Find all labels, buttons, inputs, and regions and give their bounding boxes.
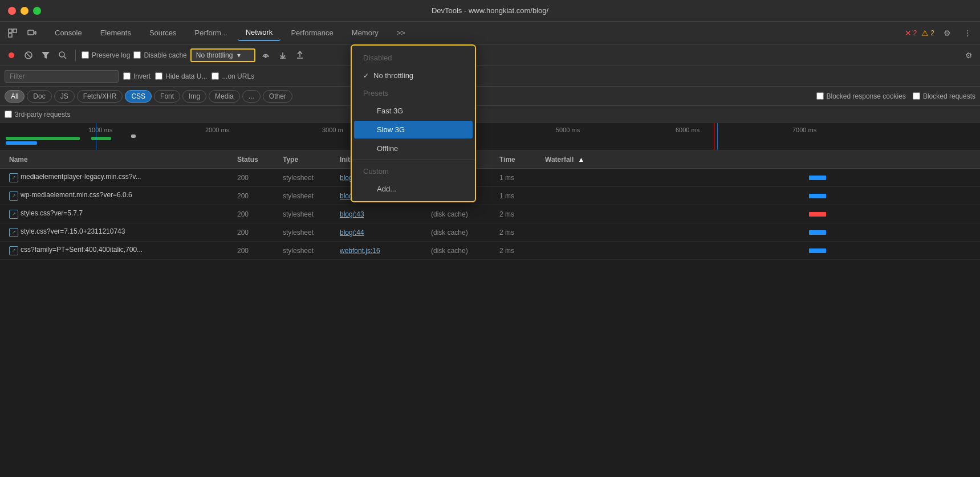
network-controls-bar: Preserve log Disable cache No throttling… <box>0 44 980 66</box>
filter-btn-img[interactable]: Img <box>182 90 206 103</box>
waterfall-bar-3 <box>545 230 971 235</box>
disable-cache-checkbox[interactable] <box>133 51 141 59</box>
waterfall-bar-0 <box>545 175 971 181</box>
block-request-urls-checkbox[interactable] <box>212 72 219 80</box>
td-initiator-2[interactable]: blog/:43 <box>335 210 426 218</box>
th-time[interactable]: Time <box>495 156 540 164</box>
blocked-response-cookies-label[interactable]: Blocked response cookies <box>816 92 906 100</box>
table-row[interactable]: ↗styles.css?ver=5.7.7 200 stylesheet blo… <box>0 205 980 223</box>
blocked-requests-checkbox[interactable] <box>913 92 920 100</box>
menu-item-disabled: Disabled <box>352 49 475 67</box>
tab-sources[interactable]: Sources <box>141 25 185 40</box>
td-status-3: 200 <box>233 229 278 237</box>
th-status[interactable]: Status <box>233 156 278 164</box>
svg-rect-4 <box>35 31 36 34</box>
row-icon-0: ↗ <box>9 173 18 182</box>
tl-label-1000: 1000 ms <box>88 127 112 133</box>
timeline-bar: 1000 ms 2000 ms 3000 m 5000 ms 6000 ms 7… <box>0 123 980 150</box>
menu-item-no-throttling[interactable]: ✓ No throttling <box>352 67 475 84</box>
td-size-3: (disk cache) <box>426 229 495 237</box>
filter-btn-doc[interactable]: Doc <box>27 90 51 103</box>
disable-cache-label[interactable]: Disable cache <box>133 51 186 59</box>
row-icon-1: ↗ <box>9 191 18 201</box>
filter-input[interactable] <box>5 70 119 83</box>
table-row[interactable]: ↗style.css?ver=7.15.0+2311210743 200 sty… <box>0 223 980 242</box>
menu-item-add[interactable]: Add... <box>352 180 475 198</box>
filter-icon[interactable] <box>39 48 52 62</box>
td-time-0: 1 ms <box>495 174 540 182</box>
menu-item-slow3g[interactable]: Slow 3G <box>354 121 473 138</box>
tl-label-2000: 2000 ms <box>205 127 229 133</box>
td-initiator-3[interactable]: blog/:44 <box>335 229 426 237</box>
preserve-log-checkbox[interactable] <box>82 51 89 59</box>
minimize-button[interactable] <box>21 7 29 15</box>
tab-performance[interactable]: Performance <box>283 25 341 40</box>
th-name[interactable]: Name <box>5 156 233 164</box>
table-row[interactable]: ↗css?family=PT+Serif:400,400italic,700..… <box>0 242 980 260</box>
maximize-button[interactable] <box>33 7 41 15</box>
chevron-down-icon: ▾ <box>237 51 241 59</box>
filter-btn-media[interactable]: Media <box>209 90 240 103</box>
td-name-4: ↗css?family=PT+Serif:400,400italic,700..… <box>5 246 233 255</box>
clear-button[interactable] <box>22 48 35 62</box>
block-request-urls-label[interactable]: ...on URLs <box>212 72 254 80</box>
td-size-4: (disk cache) <box>426 247 495 255</box>
record-button[interactable] <box>5 48 18 62</box>
table-row[interactable]: ↗wp-mediaelement.min.css?ver=6.0.6 200 s… <box>0 187 980 205</box>
hide-data-urls-label[interactable]: Hide data U... <box>155 72 207 80</box>
hide-data-urls-checkbox[interactable] <box>155 72 162 80</box>
invert-label[interactable]: Invert <box>123 72 151 80</box>
wf-bar-fill-3 <box>809 230 826 235</box>
menu-item-fast3g[interactable]: Fast 3G <box>352 102 475 120</box>
throttle-dropdown-menu[interactable]: Disabled ✓ No throttling Presets Fast 3G… <box>351 44 476 202</box>
td-name-2: ↗styles.css?ver=5.7.7 <box>5 209 233 219</box>
tl-label-6000: 6000 ms <box>676 127 700 133</box>
invert-checkbox[interactable] <box>123 72 131 80</box>
more-options-icon[interactable]: ⋮ <box>959 25 975 41</box>
blocked-response-cookies-checkbox[interactable] <box>816 92 824 100</box>
td-name-3: ↗style.css?ver=7.15.0+2311210743 <box>5 227 233 237</box>
filter-btn-other[interactable]: Other <box>263 90 292 103</box>
filter-btn-fetch-xhr[interactable]: Fetch/XHR <box>77 90 123 103</box>
tab-tool-icons <box>5 25 40 41</box>
tab-console[interactable]: Console <box>47 25 90 40</box>
inspect-icon[interactable] <box>5 25 21 41</box>
close-button[interactable] <box>8 7 16 15</box>
waterfall-bar-1 <box>545 193 971 199</box>
filter-btn-font[interactable]: Font <box>154 90 180 103</box>
filter-btn-css[interactable]: CSS <box>125 90 152 103</box>
search-icon[interactable] <box>56 48 70 62</box>
settings-gear-right[interactable]: ⚙ <box>962 48 975 62</box>
table-row[interactable]: ↗mediaelementplayer-legacy.min.css?v... … <box>0 169 980 187</box>
td-status-4: 200 <box>233 247 278 255</box>
filter-right-options: Blocked response cookies Blocked request… <box>816 92 975 100</box>
tab-performance-lite[interactable]: Perform... <box>187 25 235 40</box>
blocked-requests-label[interactable]: Blocked requests <box>913 92 975 100</box>
import-icon[interactable] <box>276 48 290 62</box>
menu-item-offline[interactable]: Offline <box>352 140 475 157</box>
settings-icon[interactable]: ⚙ <box>939 25 955 41</box>
filter-bar: Invert Hide data U... ...on URLs <box>0 66 980 87</box>
th-type[interactable]: Type <box>278 156 335 164</box>
tab-elements[interactable]: Elements <box>92 25 139 40</box>
td-time-4: 2 ms <box>495 247 540 255</box>
filter-btn-all[interactable]: All <box>5 90 25 103</box>
device-icon[interactable] <box>24 25 40 41</box>
table-body: ↗mediaelementplayer-legacy.min.css?v... … <box>0 169 980 260</box>
tab-more[interactable]: >> <box>389 25 413 40</box>
tab-network[interactable]: Network <box>238 25 281 41</box>
network-conditions-icon[interactable] <box>259 48 273 62</box>
export-icon[interactable] <box>293 48 307 62</box>
td-type-3: stylesheet <box>278 229 335 237</box>
third-party-checkbox[interactable] <box>5 111 12 118</box>
td-initiator-4[interactable]: webfont.js:16 <box>335 247 426 255</box>
menu-item-presets-header: Presets <box>352 84 475 102</box>
tab-memory[interactable]: Memory <box>344 25 387 40</box>
third-party-label[interactable]: 3rd-party requests <box>5 111 70 119</box>
preserve-log-label[interactable]: Preserve log <box>82 51 130 59</box>
filter-btn-js[interactable]: JS <box>54 90 75 103</box>
filter-btn-more[interactable]: ... <box>242 90 261 103</box>
throttle-dropdown-wrapper[interactable]: No throttling ▾ <box>190 48 256 62</box>
throttle-display[interactable]: No throttling ▾ <box>192 50 255 61</box>
svg-point-5 <box>9 52 14 58</box>
